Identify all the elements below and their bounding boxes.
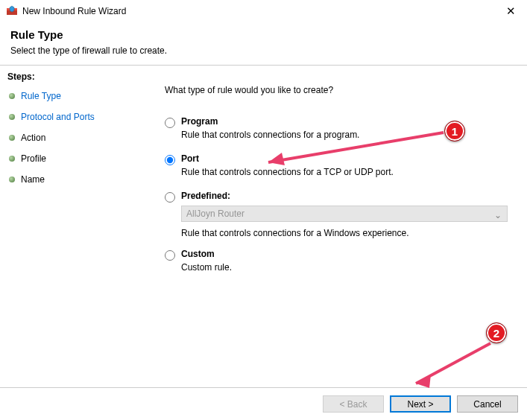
- window-title: New Inbound Rule Wizard: [22, 6, 126, 16]
- option-port-title: Port: [181, 153, 508, 164]
- option-custom-title: Custom: [181, 249, 508, 259]
- step-label: Profile: [21, 153, 46, 164]
- back-button: < Back: [323, 395, 384, 413]
- step-action[interactable]: Action: [7, 130, 138, 146]
- step-profile[interactable]: Profile: [7, 150, 138, 167]
- radio-predefined[interactable]: [165, 192, 175, 203]
- page-title: Rule Type: [10, 28, 517, 41]
- step-label: Rule Type: [21, 91, 61, 101]
- predefined-select: AllJoyn Router: [181, 206, 508, 222]
- option-port-desc: Rule that controls connections for a TCP…: [181, 167, 508, 177]
- step-rule-type[interactable]: Rule Type: [7, 88, 138, 104]
- next-button[interactable]: Next >: [390, 395, 451, 413]
- radio-port[interactable]: [165, 155, 175, 165]
- wizard-footer: < Back Next > Cancel: [0, 387, 527, 420]
- radio-custom[interactable]: [165, 250, 175, 261]
- wizard-header: Rule Type Select the type of firewall ru…: [0, 22, 527, 66]
- option-program-desc: Rule that controls connections for a pro…: [181, 130, 508, 140]
- close-icon[interactable]: ✕: [494, 0, 527, 22]
- step-name[interactable]: Name: [7, 171, 138, 188]
- cancel-button[interactable]: Cancel: [457, 395, 518, 413]
- step-bullet-icon: [9, 93, 15, 99]
- step-bullet-icon: [9, 156, 15, 162]
- wizard-main: What type of rule would you like to crea…: [145, 66, 527, 386]
- titlebar: New Inbound Rule Wizard ✕: [0, 0, 527, 22]
- option-port[interactable]: Port Rule that controls connections for …: [165, 153, 508, 177]
- step-label: Protocol and Ports: [21, 112, 95, 122]
- option-predefined-desc: Rule that controls connections for a Win…: [181, 228, 508, 238]
- steps-sidebar: Steps: Rule Type Protocol and Ports Acti…: [0, 66, 145, 386]
- steps-heading: Steps:: [7, 71, 138, 82]
- option-predefined[interactable]: Predefined: AllJoyn Router Rule that con…: [165, 191, 508, 238]
- step-bullet-icon: [9, 176, 15, 182]
- step-bullet-icon: [9, 135, 15, 141]
- firewall-icon: [6, 5, 18, 17]
- radio-program[interactable]: [165, 118, 175, 128]
- step-bullet-icon: [9, 114, 15, 120]
- option-custom[interactable]: Custom Custom rule.: [165, 249, 508, 273]
- step-label: Name: [21, 174, 45, 185]
- main-question: What type of rule would you like to crea…: [165, 85, 508, 95]
- step-protocol-and-ports[interactable]: Protocol and Ports: [7, 109, 138, 125]
- option-program-title: Program: [181, 116, 508, 127]
- option-program[interactable]: Program Rule that controls connections f…: [165, 116, 508, 140]
- step-label: Action: [21, 133, 45, 143]
- option-custom-desc: Custom rule.: [181, 262, 508, 273]
- page-subtitle: Select the type of firewall rule to crea…: [10, 45, 517, 56]
- option-predefined-title: Predefined:: [181, 191, 508, 201]
